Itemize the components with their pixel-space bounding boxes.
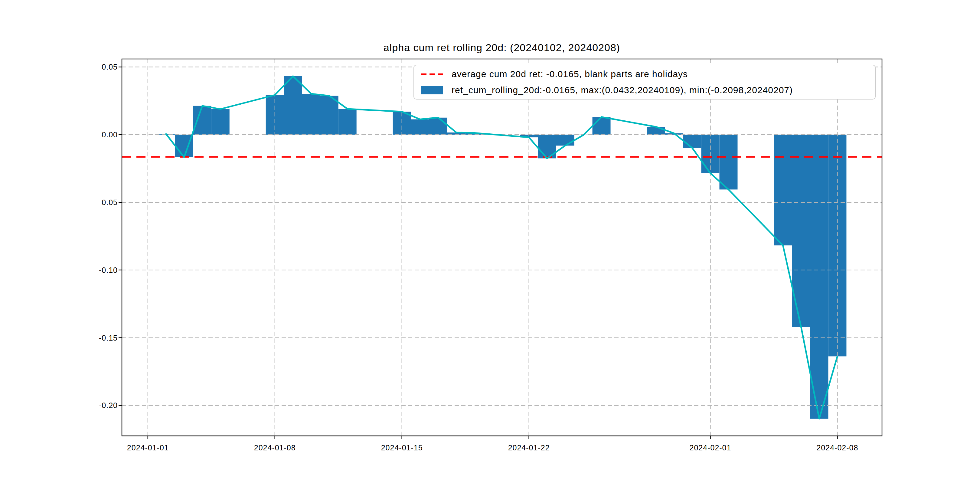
bar-2024-01-24 [556,135,574,145]
x-tick-label: 2024-01-22 [508,444,550,452]
x-tick-label: 2024-02-08 [816,444,858,452]
x-tick-label: 2024-01-08 [254,444,296,452]
y-tick-label: -0.05 [99,198,118,207]
x-tick-label: 2024-02-01 [690,444,731,452]
chart-title: alpha cum ret rolling 20d: (20240102, 20… [383,42,620,54]
blue-patch-icon [421,86,443,94]
x-tick-label: 2024-01-01 [127,444,169,452]
y-tick-label: -0.20 [99,401,118,410]
bar-2024-02-05 [774,135,792,245]
bar-2024-01-29 [647,127,665,135]
legend-box: average cum 20d ret: -0.0165, blank part… [414,65,876,100]
bar-2024-02-02 [719,135,737,189]
y-tick-label: -0.10 [99,266,118,274]
legend-patch-sample [421,86,451,94]
bar-2024-01-09 [284,76,302,135]
legend-entry-series: ret_cum_rolling_20d:-0.0165, max:(0.0432… [414,83,875,98]
legend-dash-sample [421,73,451,76]
bar-2024-01-10 [302,94,320,135]
bar-2024-02-07 [810,135,828,418]
bar-2024-01-11 [320,96,339,135]
bar-2024-01-16 [411,119,429,135]
legend-label-average: average cum 20d ret: -0.0165, blank part… [452,69,688,79]
legend-entry-average: average cum 20d ret: -0.0165, blank part… [414,67,875,82]
bar-2024-01-26 [593,117,611,135]
bar-2024-01-17 [429,118,447,135]
y-tick-label: 0.05 [102,63,118,71]
x-tick-label: 2024-01-15 [381,444,423,452]
plot-border [122,59,882,436]
bar-2024-01-05 [212,109,229,135]
legend-label-series: ret_cum_rolling_20d:-0.0165, max:(0.0432… [452,85,793,95]
bar-2024-01-31 [683,135,702,148]
y-tick-label: -0.15 [99,334,118,342]
figure: 0.050.00-0.05-0.10-0.15-0.202024-01-0120… [0,0,980,490]
y-tick-label: 0.00 [102,130,118,139]
red-dashed-line-icon [421,73,451,76]
bar-2024-01-04 [193,106,212,135]
bar-2024-01-12 [339,109,356,135]
